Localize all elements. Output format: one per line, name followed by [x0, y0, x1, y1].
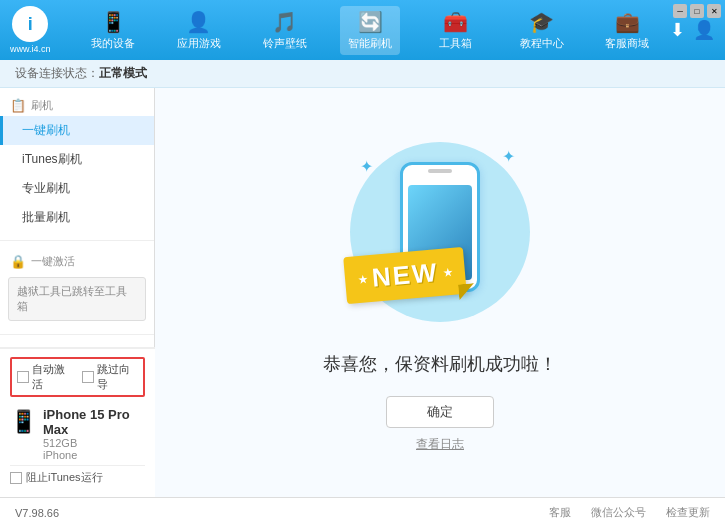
- device-name: iPhone 15 Pro Max: [43, 407, 145, 437]
- nav-my-device[interactable]: 📱 我的设备: [83, 6, 143, 55]
- nav-smart-flash-icon: 🔄: [358, 10, 383, 34]
- success-message: 恭喜您，保资料刷机成功啦！: [323, 352, 557, 376]
- nav-apps[interactable]: 👤 应用游戏: [169, 6, 229, 55]
- sidebar: 📋 刷机 一键刷机 iTunes刷机 专业刷机 批量刷机 🔒 一键激活: [0, 88, 155, 497]
- sidebar-flash-section: 📋 刷机 一键刷机 iTunes刷机 专业刷机 批量刷机: [0, 88, 154, 237]
- maximize-button[interactable]: □: [690, 4, 704, 18]
- sidebar-flash-header: 📋 刷机: [0, 93, 154, 116]
- sidebar-divider-1: [0, 240, 154, 241]
- itunes-flash-label: iTunes刷机: [22, 152, 82, 166]
- itunes-row: 阻止iTunes运行: [10, 465, 145, 489]
- nav-apps-icon: 👤: [186, 10, 211, 34]
- nav-bar: 📱 我的设备 👤 应用游戏 🎵 铃声壁纸 🔄 智能刷机 🧰 工具箱 🎓 教程中心…: [71, 6, 670, 55]
- device-bottom: 自动激活 跳过向导 📱 iPhone 15 Pro Max 512GB iPho…: [0, 348, 155, 497]
- nav-device-icon: 📱: [101, 10, 126, 34]
- device-type: iPhone: [43, 449, 145, 461]
- view-log-link[interactable]: 查看日志: [416, 436, 464, 453]
- footer-link-wechat[interactable]: 微信公众号: [591, 505, 646, 520]
- auto-activate-label: 自动激活: [32, 362, 74, 392]
- device-phone-icon: 📱: [10, 409, 37, 435]
- new-ribbon: ★ NEW ★: [343, 247, 467, 304]
- header-right: ⬇ 👤: [670, 19, 715, 41]
- nav-ringtones-label: 铃声壁纸: [263, 36, 307, 51]
- nav-smart-flash[interactable]: 🔄 智能刷机: [340, 6, 400, 55]
- auto-activate-checkbox[interactable]: [17, 371, 29, 383]
- auto-activate-checkbox-label[interactable]: 自动激活: [17, 362, 74, 392]
- device-info: 📱 iPhone 15 Pro Max 512GB iPhone: [10, 403, 145, 465]
- one-key-flash-label: 一键刷机: [22, 123, 70, 137]
- nav-toolbox[interactable]: 🧰 工具箱: [426, 6, 486, 55]
- logo-subtitle: www.i4.cn: [10, 44, 51, 54]
- sub-header-label: 设备连接状态：: [15, 65, 99, 82]
- sparkle-icon-1: ✦: [360, 157, 373, 176]
- batch-flash-label: 批量刷机: [22, 210, 70, 224]
- logo-icon: i: [28, 14, 33, 35]
- notice-text: 越狱工具已跳转至工具箱: [17, 285, 127, 312]
- nav-service[interactable]: 💼 客服商域: [597, 6, 657, 55]
- nav-service-icon: 💼: [615, 10, 640, 34]
- new-banner: ★ NEW ★: [345, 252, 465, 312]
- nav-toolbox-icon: 🧰: [443, 10, 468, 34]
- window-controls: ─ □ ✕: [673, 4, 721, 18]
- nav-tutorial[interactable]: 🎓 教程中心: [512, 6, 572, 55]
- nav-apps-label: 应用游戏: [177, 36, 221, 51]
- confirm-button[interactable]: 确定: [386, 396, 494, 428]
- sidebar-activate-header: 🔒 一键激活: [0, 249, 154, 272]
- skip-guide-checkbox[interactable]: [82, 371, 94, 383]
- close-button[interactable]: ✕: [707, 4, 721, 18]
- sparkle-icon-2: ✦: [502, 147, 515, 166]
- lock-icon: 🔒: [10, 254, 26, 269]
- pro-flash-label: 专业刷机: [22, 181, 70, 195]
- activate-section-label: 一键激活: [31, 254, 75, 269]
- footer-links: 客服 微信公众号 检查更新: [549, 505, 710, 520]
- user-icon[interactable]: 👤: [693, 19, 715, 41]
- sidebar-item-one-key-flash[interactable]: 一键刷机: [0, 116, 154, 145]
- footer-version: V7.98.66: [15, 507, 59, 519]
- logo-circle: i: [12, 6, 48, 42]
- nav-ringtones-icon: 🎵: [272, 10, 297, 34]
- nav-service-label: 客服商域: [605, 36, 649, 51]
- itunes-label: 阻止iTunes运行: [26, 470, 103, 485]
- nav-toolbox-label: 工具箱: [439, 36, 472, 51]
- sub-header: 设备连接状态： 正常模式: [0, 60, 725, 88]
- itunes-checkbox[interactable]: [10, 472, 22, 484]
- skip-guide-label: 跳过向导: [97, 362, 139, 392]
- content-area: ✦ ✦ ✦ ★ NEW ★ 恭喜您，保资料刷机成功啦！ 确定 查看日志: [155, 88, 725, 497]
- footer-link-service[interactable]: 客服: [549, 505, 571, 520]
- new-badge-text: NEW: [371, 257, 440, 294]
- sub-header-status: 正常模式: [99, 65, 147, 82]
- sidebar-notice: 越狱工具已跳转至工具箱: [8, 277, 146, 321]
- nav-ringtones[interactable]: 🎵 铃声壁纸: [255, 6, 315, 55]
- device-details: iPhone 15 Pro Max 512GB iPhone: [43, 407, 145, 461]
- sidebar-item-itunes-flash[interactable]: iTunes刷机: [0, 145, 154, 174]
- phone-speaker: [428, 169, 452, 173]
- header: i www.i4.cn 📱 我的设备 👤 应用游戏 🎵 铃声壁纸 🔄 智能刷机 …: [0, 0, 725, 60]
- sidebar-activate-section: 🔒 一键激活 越狱工具已跳转至工具箱: [0, 244, 154, 331]
- flash-section-label: 刷机: [31, 98, 53, 113]
- footer-link-update[interactable]: 检查更新: [666, 505, 710, 520]
- footer: V7.98.66 客服 微信公众号 检查更新: [0, 497, 725, 527]
- nav-device-label: 我的设备: [91, 36, 135, 51]
- phone-illustration: ✦ ✦ ✦ ★ NEW ★: [340, 132, 540, 332]
- device-storage: 512GB: [43, 437, 145, 449]
- flash-section-icon: 📋: [10, 98, 26, 113]
- sidebar-item-pro-flash[interactable]: 专业刷机: [0, 174, 154, 203]
- minimize-button[interactable]: ─: [673, 4, 687, 18]
- skip-guide-checkbox-label[interactable]: 跳过向导: [82, 362, 139, 392]
- sidebar-item-batch-flash[interactable]: 批量刷机: [0, 203, 154, 232]
- main-layout: 📋 刷机 一键刷机 iTunes刷机 专业刷机 批量刷机 🔒 一键激活: [0, 88, 725, 497]
- auto-activate-row: 自动激活 跳过向导: [10, 357, 145, 397]
- sidebar-divider-2: [0, 334, 154, 335]
- nav-tutorial-icon: 🎓: [529, 10, 554, 34]
- download-icon[interactable]: ⬇: [670, 19, 685, 41]
- nav-smart-flash-label: 智能刷机: [348, 36, 392, 51]
- nav-tutorial-label: 教程中心: [520, 36, 564, 51]
- logo: i www.i4.cn: [10, 6, 51, 54]
